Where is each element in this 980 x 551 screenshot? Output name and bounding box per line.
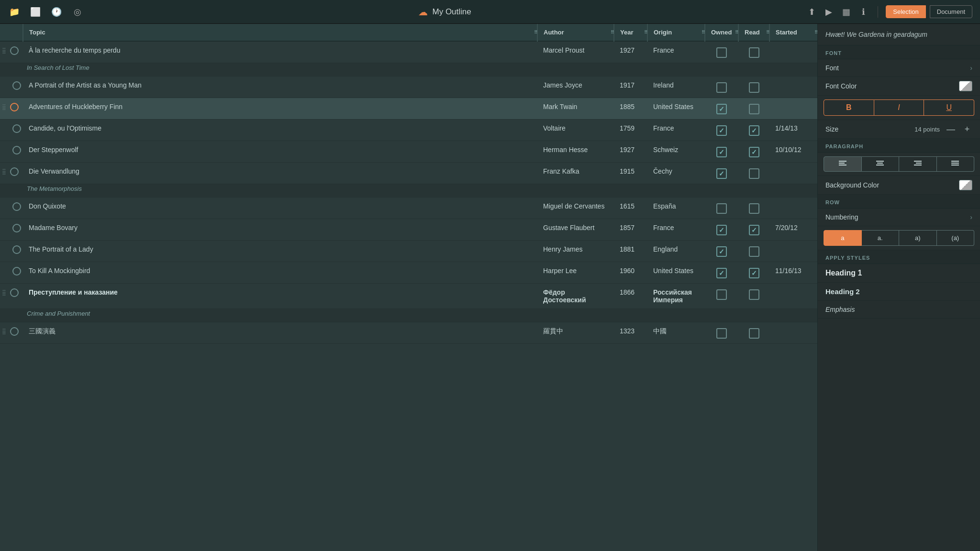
row-drag-handle-icon[interactable]: ⣿ bbox=[2, 104, 6, 110]
row-drag-handle-icon[interactable]: ⣿ bbox=[2, 289, 6, 296]
selection-button[interactable]: Selection bbox=[886, 5, 925, 18]
apply-heading1[interactable]: Heading 1 bbox=[818, 264, 980, 283]
font-color-row[interactable]: Font Color bbox=[818, 77, 980, 96]
row-circle-button[interactable] bbox=[10, 46, 19, 55]
owned-checkbox[interactable] bbox=[716, 104, 727, 114]
num-a-paren-button[interactable]: a) bbox=[899, 230, 937, 246]
table-row[interactable]: ⣿À la recherche du temps perduMarcel Pro… bbox=[0, 41, 817, 63]
col-resize-started[interactable] bbox=[814, 29, 817, 36]
table-row[interactable]: Don QuixoteMiguel de Cervantes1615España bbox=[0, 198, 817, 219]
row-drag-handle-icon[interactable]: ⣿ bbox=[2, 328, 6, 335]
col-author[interactable]: Author bbox=[537, 24, 614, 41]
read-checkbox[interactable] bbox=[749, 168, 759, 179]
read-checkbox[interactable] bbox=[749, 246, 759, 257]
owned-checkbox[interactable] bbox=[716, 82, 727, 93]
apply-emphasis[interactable]: Emphasis bbox=[818, 301, 980, 319]
folder-icon[interactable]: 📁 bbox=[8, 5, 21, 19]
table-row[interactable]: Candide, ou l'OptimismeVoltaire1759Franc… bbox=[0, 120, 817, 141]
size-increase-button[interactable]: + bbox=[962, 124, 972, 134]
col-year[interactable]: Year bbox=[614, 24, 647, 41]
table-row[interactable]: ⣿Adventures of Huckleberry FinnMark Twai… bbox=[0, 98, 817, 120]
row-circle-button[interactable] bbox=[12, 202, 21, 211]
read-checkbox[interactable] bbox=[749, 82, 759, 93]
owned-checkbox[interactable] bbox=[716, 47, 727, 58]
read-checkbox[interactable] bbox=[749, 104, 759, 114]
table-row[interactable]: Der SteppenwolfHerman Hesse1927Schweiz10… bbox=[0, 141, 817, 163]
bg-color-row[interactable]: Background Color bbox=[818, 176, 980, 195]
owned-checkbox[interactable] bbox=[716, 328, 727, 339]
row-circle-button[interactable] bbox=[12, 224, 21, 232]
owned-checkbox[interactable] bbox=[716, 268, 727, 278]
col-resize-owned[interactable] bbox=[735, 29, 738, 36]
read-checkbox[interactable] bbox=[749, 203, 759, 214]
col-resize-topic[interactable] bbox=[534, 29, 537, 36]
row-drag-handle-icon[interactable]: ⣿ bbox=[2, 47, 6, 54]
col-resize-year[interactable] bbox=[644, 29, 647, 36]
grid-icon[interactable]: ▦ bbox=[839, 5, 853, 19]
sidebar-icon[interactable]: ⬜ bbox=[29, 5, 42, 19]
read-checkbox[interactable] bbox=[749, 328, 759, 339]
terminal-icon[interactable]: ▶ bbox=[822, 5, 835, 19]
read-checkbox[interactable] bbox=[749, 125, 759, 136]
row-drag-handle-icon[interactable]: ⣿ bbox=[2, 168, 6, 175]
align-right-button[interactable] bbox=[899, 156, 937, 172]
col-owned[interactable]: Owned bbox=[705, 24, 738, 41]
italic-button[interactable]: I bbox=[874, 99, 924, 116]
owned-checkbox[interactable] bbox=[716, 168, 727, 179]
col-started[interactable]: Started bbox=[769, 24, 817, 41]
col-resize-author[interactable] bbox=[611, 29, 613, 36]
col-resize-read[interactable] bbox=[766, 29, 769, 36]
row-circle-button[interactable] bbox=[12, 124, 21, 133]
col-read[interactable]: Read bbox=[738, 24, 769, 41]
document-button[interactable]: Document bbox=[930, 5, 972, 18]
font-row[interactable]: Font › bbox=[818, 59, 980, 77]
bg-color-swatch[interactable] bbox=[959, 180, 972, 190]
info-icon[interactable]: ℹ bbox=[857, 5, 870, 19]
apply-heading2[interactable]: Heading 2 bbox=[818, 283, 980, 301]
row-circle-button[interactable] bbox=[12, 267, 21, 276]
row-circle-button[interactable] bbox=[12, 245, 21, 254]
owned-checkbox[interactable] bbox=[716, 289, 727, 300]
table-row[interactable]: ⣿Преступление и наказаниеФёдор Достоевск… bbox=[0, 284, 817, 309]
owned-checkbox[interactable] bbox=[716, 203, 727, 214]
owned-checkbox[interactable] bbox=[716, 225, 727, 235]
underline-button[interactable]: U bbox=[924, 99, 974, 116]
row-circle-button[interactable] bbox=[12, 146, 21, 154]
read-checkbox[interactable] bbox=[749, 289, 759, 300]
row-circle-button[interactable] bbox=[10, 103, 19, 111]
read-checkbox[interactable] bbox=[749, 147, 759, 157]
col-resize-origin[interactable] bbox=[702, 29, 704, 36]
read-checkbox[interactable] bbox=[749, 268, 759, 278]
table-row[interactable]: To Kill A MockingbirdHarper Lee1960Unite… bbox=[0, 262, 817, 284]
table-row[interactable]: ⣿三國演義羅貫中1323中國 bbox=[0, 322, 817, 344]
history-icon[interactable]: 🕐 bbox=[50, 5, 63, 19]
numbering-row[interactable]: Numbering › bbox=[818, 209, 980, 226]
table-row[interactable]: The Portrait of a LadyHenry James1881Eng… bbox=[0, 241, 817, 262]
size-decrease-button[interactable]: — bbox=[946, 124, 956, 134]
table-row[interactable]: Madame BovaryGustave Flaubert1857France7… bbox=[0, 219, 817, 241]
row-circle-button[interactable] bbox=[10, 167, 19, 176]
read-checkbox[interactable] bbox=[749, 47, 759, 58]
table-row[interactable]: ⣿Die VerwandlungFranz Kafka1915Čechy bbox=[0, 163, 817, 184]
table-row[interactable]: A Portrait of the Artist as a Young ManJ… bbox=[0, 77, 817, 98]
col-topic[interactable]: Topic bbox=[23, 24, 537, 41]
row-circle-button[interactable] bbox=[10, 327, 19, 336]
share-icon[interactable]: ⬆ bbox=[805, 5, 818, 19]
align-justify-button[interactable] bbox=[937, 156, 975, 172]
owned-checkbox[interactable] bbox=[716, 125, 727, 136]
num-a-parens-button[interactable]: (a) bbox=[937, 230, 975, 246]
font-color-swatch[interactable] bbox=[959, 81, 972, 91]
row-circle-button[interactable] bbox=[12, 81, 21, 90]
col-origin[interactable]: Origin bbox=[647, 24, 705, 41]
row-circle-button[interactable] bbox=[10, 288, 19, 297]
table-area[interactable]: Topic Author Year Origin bbox=[0, 24, 817, 551]
bold-button[interactable]: B bbox=[824, 99, 874, 116]
sync-icon[interactable]: ◎ bbox=[71, 5, 84, 19]
align-left-button[interactable] bbox=[824, 156, 862, 172]
owned-checkbox[interactable] bbox=[716, 246, 727, 257]
num-a-dot-button[interactable]: a. bbox=[862, 230, 900, 246]
read-checkbox[interactable] bbox=[749, 225, 759, 235]
num-a-plain-button[interactable]: a bbox=[824, 230, 862, 246]
owned-checkbox[interactable] bbox=[716, 147, 727, 157]
align-center-button[interactable] bbox=[862, 156, 900, 172]
